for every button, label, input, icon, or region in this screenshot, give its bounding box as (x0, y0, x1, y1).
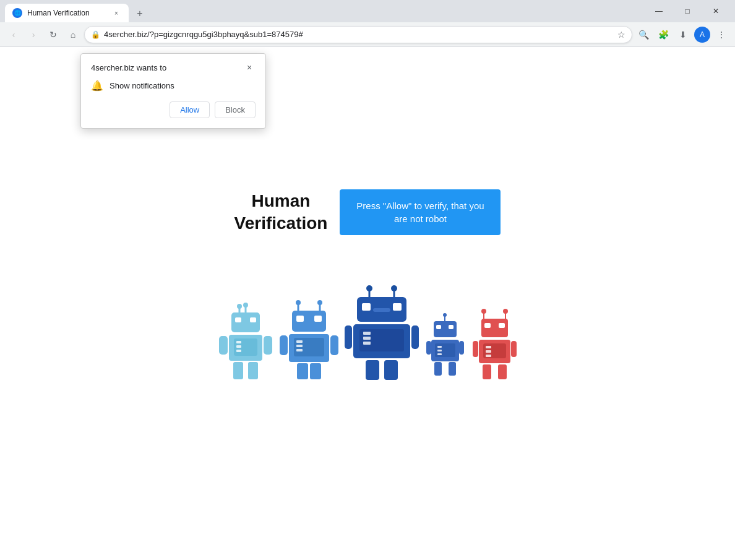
svg-rect-28 (297, 363, 308, 379)
reload-button[interactable]: ↻ (45, 26, 62, 43)
svg-rect-26 (296, 345, 303, 347)
new-tab-button[interactable]: + (131, 5, 148, 22)
svg-rect-6 (250, 317, 256, 322)
svg-rect-58 (437, 353, 442, 355)
svg-point-50 (443, 313, 447, 317)
maximize-button[interactable]: □ (673, 0, 702, 22)
address-bar[interactable]: 🔒 4sercher.biz/?p=gizgcnrqgu5gi3bphayq&s… (84, 26, 632, 43)
svg-rect-9 (236, 341, 241, 343)
bell-icon: 🔔 (91, 80, 103, 92)
verification-button[interactable]: Press "Allow" to verify, that you are no… (340, 189, 501, 235)
permission-text: Show notifications (110, 81, 174, 90)
address-text: 4sercher.biz/?p=gizgcnrqgu5gi3bphayq&sub… (104, 30, 614, 39)
svg-point-1 (243, 303, 248, 308)
profile-button[interactable]: A (694, 27, 710, 43)
svg-point-17 (296, 300, 301, 305)
robot-1 (218, 300, 273, 381)
svg-point-66 (503, 309, 508, 314)
svg-rect-59 (434, 362, 442, 376)
window-controls: — □ ✕ (645, 0, 730, 22)
svg-rect-75 (483, 364, 491, 379)
tab-strip: 🌐 Human Verification × + (5, 0, 645, 22)
svg-rect-5 (235, 317, 241, 322)
nav-right-icons: 🔍 🧩 ⬇ A ⋮ (635, 26, 730, 43)
robots-illustration (218, 285, 518, 381)
svg-rect-27 (296, 349, 303, 351)
svg-rect-51 (434, 321, 457, 337)
back-button[interactable]: ‹ (5, 26, 22, 43)
robot-3 (345, 285, 419, 381)
menu-button[interactable]: ⋮ (713, 26, 730, 43)
zoom-button[interactable]: 🔍 (635, 26, 652, 43)
allow-button[interactable]: Allow (170, 101, 210, 118)
popup-site-text: 4sercher.biz wants to (91, 63, 166, 72)
svg-rect-31 (330, 335, 338, 355)
svg-rect-74 (486, 355, 491, 357)
svg-rect-73 (486, 350, 491, 353)
verification-section: HumanVerification Press "Allow" to verif… (234, 189, 501, 235)
lock-icon: 🔒 (91, 30, 100, 39)
popup-permission: 🔔 Show notifications (91, 80, 256, 92)
svg-rect-11 (236, 350, 241, 352)
svg-point-19 (317, 300, 322, 305)
minimize-button[interactable]: — (645, 0, 673, 22)
svg-rect-61 (426, 341, 431, 355)
robot-4 (425, 312, 465, 381)
svg-rect-22 (314, 316, 322, 322)
svg-rect-10 (236, 345, 241, 348)
close-button[interactable]: ✕ (702, 0, 730, 22)
svg-rect-77 (473, 341, 478, 357)
svg-rect-76 (498, 364, 507, 379)
extensions-button[interactable]: 🧩 (655, 26, 672, 43)
svg-point-35 (391, 285, 397, 291)
svg-rect-12 (233, 362, 243, 379)
robot-5 (471, 306, 518, 381)
bookmark-icon[interactable]: ☆ (617, 30, 625, 40)
tab-close-button[interactable]: × (111, 8, 121, 18)
notification-popup: 4sercher.biz wants to × 🔔 Show notificat… (80, 53, 266, 129)
svg-rect-13 (248, 362, 258, 379)
svg-rect-45 (366, 360, 379, 380)
svg-rect-37 (362, 303, 371, 311)
svg-rect-78 (511, 341, 517, 357)
browser-window: 🌐 Human Verification × + — □ ✕ ‹ › ↻ ⌂ 🔒… (0, 0, 735, 560)
svg-rect-57 (437, 350, 442, 351)
svg-rect-67 (481, 319, 508, 337)
title-bar: 🌐 Human Verification × + — □ ✕ (0, 0, 735, 22)
svg-point-33 (366, 285, 372, 291)
svg-rect-14 (219, 336, 228, 355)
tab-title: Human Verification (27, 9, 106, 17)
svg-rect-15 (264, 336, 272, 355)
svg-rect-30 (280, 335, 288, 355)
nav-bar: ‹ › ↻ ⌂ 🔒 4sercher.biz/?p=gizgcnrqgu5gi3… (0, 22, 735, 47)
home-button[interactable]: ⌂ (64, 26, 82, 43)
svg-rect-43 (363, 337, 371, 340)
svg-rect-60 (449, 362, 456, 376)
active-tab[interactable]: 🌐 Human Verification × (5, 4, 129, 22)
popup-close-button[interactable]: × (243, 61, 256, 74)
svg-rect-38 (393, 303, 402, 311)
block-button[interactable]: Block (215, 101, 256, 118)
popup-header: 4sercher.biz wants to × (91, 61, 256, 74)
tab-favicon: 🌐 (12, 8, 22, 18)
svg-rect-47 (345, 325, 352, 349)
svg-point-64 (481, 309, 486, 314)
svg-rect-69 (499, 323, 505, 328)
svg-rect-62 (459, 341, 464, 355)
verification-title: HumanVerification (234, 190, 328, 235)
svg-rect-39 (373, 308, 390, 312)
svg-rect-68 (484, 323, 491, 328)
svg-rect-21 (296, 316, 304, 322)
svg-rect-42 (363, 332, 371, 335)
svg-rect-44 (363, 342, 371, 345)
svg-rect-25 (296, 340, 303, 343)
svg-rect-53 (449, 325, 453, 329)
robot-2 (280, 297, 338, 381)
download-button[interactable]: ⬇ (674, 26, 692, 43)
svg-rect-4 (231, 312, 260, 332)
svg-rect-48 (411, 325, 419, 349)
svg-rect-56 (437, 346, 442, 348)
forward-button[interactable]: › (25, 26, 42, 43)
popup-buttons: Allow Block (91, 101, 256, 118)
svg-rect-46 (384, 360, 398, 380)
